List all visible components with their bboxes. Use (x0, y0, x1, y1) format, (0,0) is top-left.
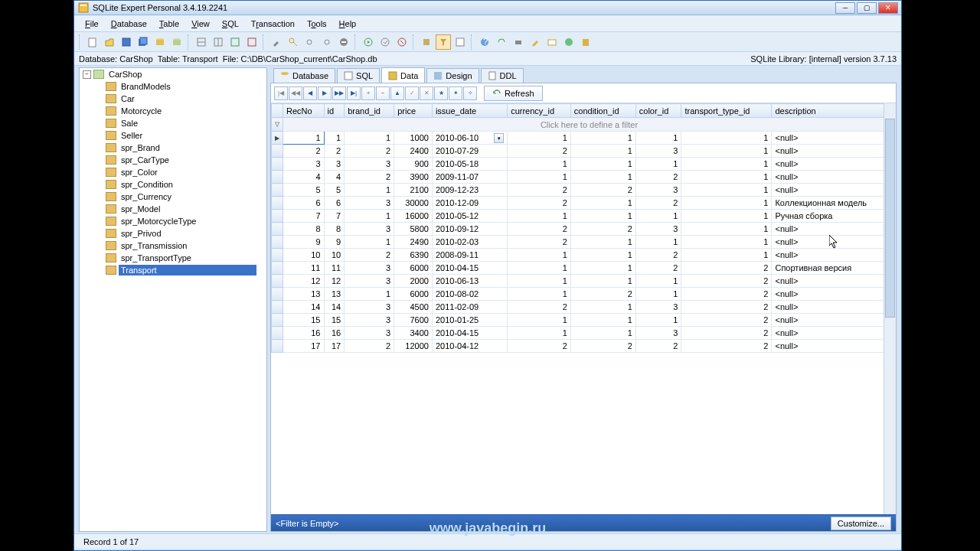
cell[interactable]: 6000 (394, 288, 433, 301)
dropdown-icon[interactable]: ▾ (494, 133, 504, 143)
cell[interactable]: 30000 (394, 197, 433, 210)
cell[interactable]: 2 (635, 262, 681, 275)
toolbar-edit-icon[interactable] (528, 34, 543, 50)
cell[interactable]: 1 (681, 145, 772, 158)
nav-post-button[interactable]: ✓ (405, 86, 419, 100)
cell[interactable]: 12 (283, 275, 325, 288)
cell[interactable]: 3 (283, 158, 325, 171)
nav-goto-button[interactable]: ✦ (449, 86, 462, 100)
cell[interactable]: 2010-04-15 (432, 262, 507, 275)
cell[interactable]: 2 (681, 314, 772, 327)
cell[interactable]: 2 (681, 301, 772, 314)
tab-sql[interactable]: SQL (337, 68, 380, 83)
cell[interactable]: 3 (345, 262, 394, 275)
cell[interactable]: 1 (345, 210, 394, 223)
cell[interactable]: 1 (681, 158, 772, 171)
cell[interactable]: 1 (508, 132, 571, 145)
cell[interactable]: <null> (772, 171, 896, 184)
cell[interactable]: 1 (635, 236, 681, 249)
toolbar-gear-icon[interactable] (319, 34, 335, 50)
cell[interactable]: 2 (324, 145, 345, 158)
cell[interactable]: 1 (570, 249, 635, 262)
nav-filter-button[interactable]: ✧ (463, 86, 477, 100)
cell[interactable]: 2 (345, 340, 394, 353)
cell[interactable]: 1 (508, 210, 571, 223)
nav-cancel-button[interactable]: ✕ (420, 86, 433, 100)
menu-transaction[interactable]: Transaction (245, 18, 301, 30)
cell[interactable]: 2010-12-09 (432, 197, 507, 210)
cell[interactable]: 1 (508, 249, 571, 262)
nav-nextpage-button[interactable]: ▶▶ (332, 86, 346, 100)
cell[interactable]: 1 (570, 197, 635, 210)
cell[interactable]: 1 (345, 236, 394, 249)
cell[interactable]: 17 (324, 340, 345, 353)
cell[interactable]: 14 (324, 301, 345, 314)
cell[interactable]: 11 (324, 262, 345, 275)
cell[interactable]: <null> (772, 184, 896, 197)
tree-table-spr_cartype[interactable]: spr_CarType (95, 154, 266, 166)
data-grid[interactable]: RecNoidbrand_idpriceissue_datecurrency_i… (271, 103, 896, 353)
table-row[interactable]: 1111360002010-04-151122Спортивная версия (272, 262, 896, 275)
cell[interactable]: Спортивная версия (772, 262, 896, 275)
toolbar-new-icon[interactable] (85, 34, 100, 50)
menu-help[interactable]: Help (333, 18, 363, 30)
cell[interactable]: 1 (570, 171, 635, 184)
cell[interactable]: 3 (345, 314, 394, 327)
cell[interactable]: 2 (635, 340, 681, 353)
cell[interactable]: 9 (283, 236, 325, 249)
minimize-button[interactable]: ─ (835, 2, 855, 14)
table-row[interactable]: 1515376002010-01-251112<null> (272, 314, 896, 327)
cell[interactable]: 1 (345, 288, 394, 301)
table-row[interactable]: 88358002010-09-122231<null> (272, 223, 896, 236)
cell[interactable]: 3 (345, 158, 394, 171)
toolbar-panel-icon[interactable] (452, 34, 468, 50)
filter-indicator[interactable]: ▽ (272, 118, 283, 132)
nav-bookmark-button[interactable]: ★ (434, 86, 448, 100)
vertical-scrollbar[interactable] (884, 103, 896, 514)
cell[interactable]: 2008-09-11 (432, 249, 507, 262)
table-row[interactable]: 771160002010-05-121111Ручная сборка (272, 210, 896, 223)
toolbar-mail-icon[interactable] (544, 34, 560, 50)
tree-table-brandmodels[interactable]: BrandModels (95, 80, 266, 93)
cell[interactable]: <null> (772, 340, 896, 353)
table-row[interactable]: ▶11110002010-06-10▾1111<null> (272, 132, 896, 145)
cell[interactable]: 15 (283, 314, 325, 327)
cell[interactable]: 1 (570, 158, 635, 171)
cell[interactable]: 2 (681, 340, 772, 353)
cell[interactable]: 13 (283, 288, 325, 301)
toolbar-play-icon[interactable] (361, 34, 376, 50)
nav-insert-button[interactable]: + (361, 86, 375, 100)
cell[interactable]: 14 (283, 301, 325, 314)
toolbar-print-icon[interactable] (511, 34, 526, 50)
cell[interactable]: 3 (345, 223, 394, 236)
toolbar-refresh-icon[interactable] (494, 34, 509, 50)
filter-row[interactable]: Click here to define a filter (283, 118, 896, 132)
nav-prevpage-button[interactable]: ◀◀ (289, 86, 302, 100)
cell[interactable]: 2010-04-12 (432, 340, 507, 353)
menu-sql[interactable]: SQL (216, 18, 245, 30)
database-tree[interactable]: −CarShop BrandModelsCarMotorcycleSaleSel… (79, 67, 267, 532)
cell[interactable]: 1 (570, 145, 635, 158)
cell[interactable]: <null> (772, 249, 896, 262)
table-row[interactable]: 1616334002010-04-151132<null> (272, 327, 896, 340)
tree-db-node[interactable]: −CarShop (83, 68, 266, 80)
cell[interactable]: 2 (635, 197, 681, 210)
cell[interactable]: 1 (635, 288, 681, 301)
table-row[interactable]: 44239002009-11-071121<null> (272, 171, 896, 184)
col-id[interactable]: id (324, 104, 345, 118)
cell[interactable]: Ручная сборка (772, 210, 896, 223)
tree-table-motorcycle[interactable]: Motorcycle (95, 105, 266, 117)
cell[interactable]: 1 (570, 132, 635, 145)
cell[interactable]: 1 (345, 132, 394, 145)
table-row[interactable]: 1313160002010-08-021212<null> (272, 288, 896, 301)
col-price[interactable]: price (394, 104, 433, 118)
cell[interactable]: 10 (324, 249, 345, 262)
cell[interactable]: 1 (681, 223, 772, 236)
cell[interactable]: 5800 (394, 223, 433, 236)
cell[interactable]: 1 (681, 197, 772, 210)
col-RecNo[interactable]: RecNo (283, 104, 325, 118)
cell[interactable]: <null> (772, 288, 896, 301)
cell[interactable]: 7 (283, 210, 325, 223)
cell[interactable]: 1 (508, 171, 571, 184)
tree-table-transport[interactable]: Transport (95, 264, 266, 276)
